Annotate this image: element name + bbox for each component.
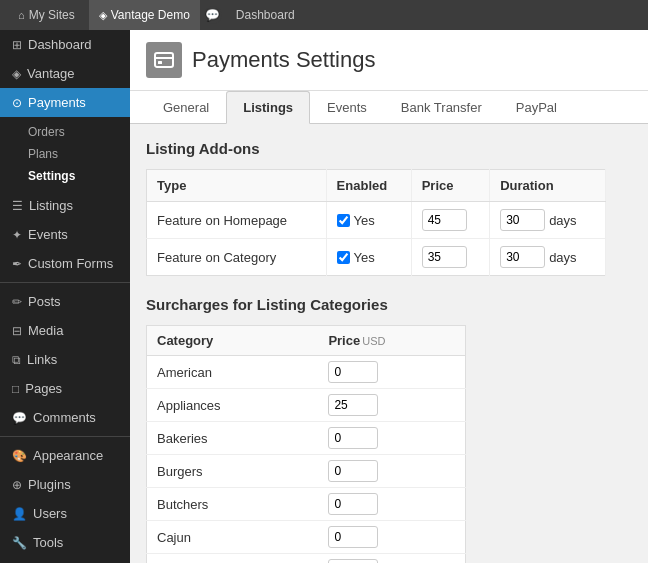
cat-row: Appliances	[147, 389, 466, 422]
cat-price-input-cajun[interactable]	[328, 526, 378, 548]
cat-name: California	[147, 554, 319, 564]
addon-row-1: Feature on Homepage Yes	[147, 202, 606, 239]
addon-duration-2: days	[490, 239, 606, 276]
sidebar-item-plugins[interactable]: ⊕ Plugins	[0, 470, 130, 499]
top-bar: ⌂ My Sites ◈ Vantage Demo 💬 Dashboard	[0, 0, 648, 30]
addon-duration-input-1[interactable]	[500, 209, 545, 231]
cat-name: Cajun	[147, 521, 319, 554]
sidebar-item-tools[interactable]: 🔧 Tools	[0, 528, 130, 557]
cat-price	[318, 521, 465, 554]
tab-paypal[interactable]: PayPal	[499, 91, 574, 124]
home-icon: ⌂	[18, 9, 25, 21]
cat-price-input-bakeries[interactable]	[328, 427, 378, 449]
cat-price-input-american[interactable]	[328, 361, 378, 383]
svg-rect-0	[155, 53, 173, 67]
sidebar: ⊞ Dashboard ◈ Vantage ⊙ Payments Orders …	[0, 30, 130, 563]
addon-checkbox-2[interactable]	[337, 251, 350, 264]
cat-price	[318, 356, 465, 389]
tab-events[interactable]: Events	[310, 91, 384, 124]
col-duration: Duration	[490, 170, 606, 202]
sidebar-item-dashboard[interactable]: ⊞ Dashboard	[0, 30, 130, 59]
addon-price-input-2[interactable]	[422, 246, 467, 268]
listings-icon: ☰	[12, 199, 23, 213]
submenu-settings[interactable]: Settings	[16, 165, 130, 187]
page-title: Payments Settings	[192, 47, 375, 73]
tab-bank-transfer[interactable]: Bank Transfer	[384, 91, 499, 124]
sidebar-item-appearance[interactable]: 🎨 Appearance	[0, 441, 130, 470]
sidebar-item-custom-forms[interactable]: ✒ Custom Forms	[0, 249, 130, 278]
sidebar-item-links[interactable]: ⧉ Links	[0, 345, 130, 374]
pages-icon: □	[12, 382, 19, 396]
cat-name: Butchers	[147, 488, 319, 521]
cat-price	[318, 422, 465, 455]
listing-addons-title: Listing Add-ons	[146, 140, 632, 157]
cat-name: Appliances	[147, 389, 319, 422]
site-icon: ◈	[99, 9, 107, 22]
media-icon: ⊟	[12, 324, 22, 338]
cat-row: Butchers	[147, 488, 466, 521]
cat-price-input-appliances[interactable]	[328, 394, 378, 416]
dashboard-icon: ⊞	[12, 38, 22, 52]
layout: ⊞ Dashboard ◈ Vantage ⊙ Payments Orders …	[0, 30, 648, 563]
addon-price-2	[411, 239, 489, 276]
cat-row: Burgers	[147, 455, 466, 488]
inner-content: Listing Add-ons Type Enabled Price Durat…	[130, 124, 648, 563]
comments-icon: 💬	[12, 411, 27, 425]
sidebar-item-events[interactable]: ✦ Events	[0, 220, 130, 249]
cat-name: American	[147, 356, 319, 389]
addon-type-2: Feature on Category	[147, 239, 327, 276]
addon-duration-1: days	[490, 202, 606, 239]
main-content: Payments Settings General Listings Event…	[130, 30, 648, 563]
topbar-dashboard[interactable]: Dashboard	[226, 0, 305, 30]
appearance-icon: 🎨	[12, 449, 27, 463]
tab-listings[interactable]: Listings	[226, 91, 310, 124]
page-icon	[146, 42, 182, 78]
addon-enabled-1: Yes	[326, 202, 411, 239]
users-icon: 👤	[12, 507, 27, 521]
cat-name: Bakeries	[147, 422, 319, 455]
sidebar-item-settings[interactable]: ⚙ Settings	[0, 557, 130, 563]
sidebar-item-media[interactable]: ⊟ Media	[0, 316, 130, 345]
sidebar-item-listings[interactable]: ☰ Listings	[0, 191, 130, 220]
submenu-orders[interactable]: Orders	[16, 121, 130, 143]
cat-price-input-burgers[interactable]	[328, 460, 378, 482]
cat-price	[318, 455, 465, 488]
cat-name: Burgers	[147, 455, 319, 488]
addon-duration-input-2[interactable]	[500, 246, 545, 268]
svg-rect-2	[158, 61, 162, 64]
cat-price-input-california[interactable]	[328, 559, 378, 563]
sidebar-item-posts[interactable]: ✏ Posts	[0, 287, 130, 316]
sidebar-item-payments[interactable]: ⊙ Payments	[0, 88, 130, 117]
col-enabled: Enabled	[326, 170, 411, 202]
topbar-my-sites[interactable]: ⌂ My Sites	[8, 0, 85, 30]
addon-type-1: Feature on Homepage	[147, 202, 327, 239]
sidebar-item-comments[interactable]: 💬 Comments	[0, 403, 130, 432]
cat-row: Cajun	[147, 521, 466, 554]
col-price-usd: PriceUSD	[318, 326, 465, 356]
cat-price-input-butchers[interactable]	[328, 493, 378, 515]
addon-price-1	[411, 202, 489, 239]
topbar-bubble[interactable]: 💬	[204, 6, 222, 24]
page-header: Payments Settings	[130, 30, 648, 91]
forms-icon: ✒	[12, 257, 22, 271]
tabs-bar: General Listings Events Bank Transfer Pa…	[130, 91, 648, 124]
tab-general[interactable]: General	[146, 91, 226, 124]
sidebar-item-pages[interactable]: □ Pages	[0, 374, 130, 403]
addon-enabled-2: Yes	[326, 239, 411, 276]
vantage-icon: ◈	[12, 67, 21, 81]
cat-row: American	[147, 356, 466, 389]
sidebar-item-users[interactable]: 👤 Users	[0, 499, 130, 528]
addon-checkbox-1[interactable]	[337, 214, 350, 227]
addon-price-input-1[interactable]	[422, 209, 467, 231]
cat-row: Bakeries	[147, 422, 466, 455]
surcharges-table: Category PriceUSD American	[146, 325, 466, 563]
col-category: Category	[147, 326, 319, 356]
col-type: Type	[147, 170, 327, 202]
events-icon: ✦	[12, 228, 22, 242]
topbar-vantage-demo[interactable]: ◈ Vantage Demo	[89, 0, 200, 30]
cat-price	[318, 554, 465, 564]
posts-icon: ✏	[12, 295, 22, 309]
sidebar-item-vantage[interactable]: ◈ Vantage	[0, 59, 130, 88]
submenu-plans[interactable]: Plans	[16, 143, 130, 165]
cat-row: California	[147, 554, 466, 564]
